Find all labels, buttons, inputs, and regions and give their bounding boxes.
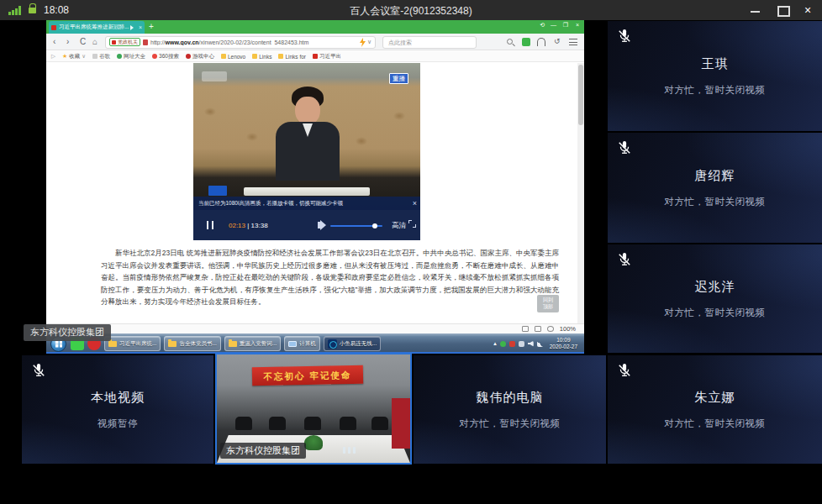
- desk-papers: [244, 187, 370, 196]
- mic-muted-icon: [616, 362, 633, 379]
- bookmark-favorites[interactable]: ★收藏∨: [62, 53, 86, 60]
- url-text: http://www.gov.cn/xinwen/2020-02/23/cont…: [150, 39, 358, 45]
- pause-icon[interactable]: [207, 221, 213, 229]
- browser-restore-icon[interactable]: ⟲: [540, 22, 545, 29]
- back-to-top-button[interactable]: ↑ 回到顶部: [537, 284, 559, 321]
- folder-icon: [168, 341, 177, 347]
- page-zoom-level[interactable]: 100%: [560, 325, 576, 333]
- bookmarks-bar: ▷ ★收藏∨ 谷歌 网址大全 360搜索 游戏中心 Lenovo Links L…: [46, 51, 584, 62]
- bookmark-lenovo[interactable]: Lenovo: [221, 54, 245, 60]
- windows-taskbar: 习近平出席统... 告全体党员书... 重温入党誓词... 计算机 小鱼易连无线…: [46, 333, 584, 354]
- selected-video-tile[interactable]: 不忘初心 牢记使命 东方科仪控股集团: [215, 353, 412, 465]
- local-video-tile[interactable]: 本地视频 视频暂停: [22, 355, 213, 464]
- taskbar-window-computer[interactable]: 计算机: [284, 336, 320, 351]
- taskbar-window-2[interactable]: 告全体党员书...: [164, 336, 220, 351]
- bookmark-google[interactable]: 谷歌: [92, 53, 110, 60]
- refresh-icon[interactable]: C: [80, 36, 86, 47]
- tray-green-icon[interactable]: [500, 341, 506, 347]
- folder-icon: [108, 341, 117, 347]
- water-bottle: [348, 447, 350, 454]
- chair: [235, 417, 252, 430]
- lightning-icon[interactable]: [360, 38, 366, 47]
- player-control-bar: 02:13 | 13:38 高清: [193, 210, 420, 240]
- browser-minimize-icon[interactable]: —: [551, 22, 557, 28]
- participant-tile[interactable]: 王琪 对方忙，暂时关闭视频: [608, 21, 822, 131]
- star-icon: ★: [62, 53, 67, 60]
- security-shield-icon[interactable]: [522, 38, 530, 46]
- browser-close-icon[interactable]: ×: [576, 22, 580, 28]
- participant-name: 唐绍辉: [695, 168, 735, 184]
- notice-close-icon[interactable]: ×: [413, 197, 417, 210]
- search-box[interactable]: 点此搜索: [382, 36, 477, 49]
- tab-close-icon[interactable]: ×: [139, 24, 142, 30]
- fullscreen-icon[interactable]: [408, 220, 416, 228]
- forward-icon[interactable]: ›: [66, 36, 69, 47]
- participant-status: 视频暂停: [97, 417, 138, 430]
- bookmark-gamecenter[interactable]: 游戏中心: [186, 53, 214, 60]
- undo-icon[interactable]: ↺: [554, 36, 561, 47]
- tab-title: 习近平出席统筹推进新冠肺...: [59, 24, 129, 31]
- search-o-icon: [152, 54, 157, 59]
- player-time: 02:13 | 13:38: [229, 222, 268, 229]
- scrollbar-thumb[interactable]: [578, 65, 583, 125]
- taskbar-window-xylink[interactable]: 小鱼易连无线...: [324, 336, 381, 351]
- taskbar-window-3[interactable]: 重温入党誓词...: [224, 336, 281, 351]
- mic-muted-icon: [616, 139, 633, 156]
- browser-maximize-icon[interactable]: ❐: [563, 22, 569, 29]
- tray-network-icon[interactable]: [537, 341, 543, 347]
- participant-tile[interactable]: 唐绍辉 对方忙，暂时关闭视频: [608, 133, 822, 243]
- red-wall-panel: [392, 398, 410, 449]
- search-icon[interactable]: [507, 39, 513, 45]
- page-scrollbar[interactable]: [577, 63, 584, 323]
- tray-expand-icon[interactable]: ▴: [493, 340, 497, 347]
- title-bar: 18:08 百人会议室-2(9012352348) ×: [0, 0, 822, 20]
- urlbar-dropdown-icon[interactable]: ∨: [367, 39, 371, 45]
- browser-tab[interactable]: 习近平出席统筹推进新冠肺... ×: [49, 21, 145, 34]
- bookmark-xijinping[interactable]: 习近平出: [313, 53, 341, 60]
- participant-tile[interactable]: 朱立娜 对方忙，暂时关闭视频: [608, 355, 822, 464]
- article-paragraph: 新华社北京2月23日电 统筹推进新冠肺炎疫情防控和经济社会发展工作部署会议23日…: [101, 247, 559, 308]
- volume-slider[interactable]: [330, 225, 382, 227]
- plant: [304, 435, 323, 450]
- bookmark-sites[interactable]: 网址大全: [117, 53, 145, 60]
- minimize-button[interactable]: [743, 0, 768, 20]
- tab-favicon-emblem-icon: [51, 25, 56, 30]
- tray-volume-icon[interactable]: [528, 341, 534, 347]
- folder-icon: [252, 54, 257, 59]
- water-bottle: [343, 447, 345, 454]
- shared-screen-tile[interactable]: 习近平出席统筹推进新冠肺... × + ⟲ — ❐ × ‹ › C ⌂: [0, 20, 607, 354]
- news-video-player[interactable]: 重播 当前已经为1080i高清画质，若播放卡顿，切换可能减少卡顿 × 02:13…: [193, 63, 420, 240]
- menu-icon[interactable]: [569, 39, 577, 45]
- tab-audio-icon: [130, 25, 136, 30]
- participant-tile[interactable]: 迟兆洋 对方忙，暂时关闭视频: [608, 244, 822, 353]
- bookmarks-expand-icon[interactable]: ▷: [51, 53, 55, 60]
- taskbar-clock[interactable]: 10:092020-02-27: [550, 337, 577, 350]
- participant-status: 对方忙，暂时关闭视频: [460, 417, 561, 430]
- speaker-face: [295, 97, 320, 125]
- headset-icon[interactable]: [537, 38, 545, 46]
- snapshot-icon[interactable]: [522, 326, 529, 332]
- quality-button[interactable]: 高清: [392, 221, 406, 231]
- mic-muted-icon: [30, 362, 47, 379]
- bookmark-links-for[interactable]: Links for: [278, 54, 306, 60]
- gov-site-badge: 党政机关: [109, 38, 140, 46]
- home-icon[interactable]: ⌂: [92, 36, 97, 47]
- taskbar-window-1[interactable]: 习近平出席统...: [104, 336, 161, 351]
- window-split-icon[interactable]: [535, 326, 541, 332]
- volume-icon[interactable]: [318, 222, 322, 228]
- bookmark-360search[interactable]: 360搜索: [152, 53, 179, 60]
- game-icon: [186, 54, 191, 59]
- tray-red-icon[interactable]: [509, 341, 515, 347]
- tray-display-icon[interactable]: [519, 341, 524, 347]
- participant-tile[interactable]: 魏伟的电脑 对方忙，暂时关闭视频: [414, 355, 606, 464]
- meeting-window: 18:08 百人会议室-2(9012352348) × 习近平出席统筹推进新冠肺…: [0, 0, 822, 504]
- mute-page-icon[interactable]: [547, 326, 554, 332]
- maximize-button[interactable]: [770, 0, 795, 20]
- bookmark-links[interactable]: Links: [252, 54, 271, 60]
- address-bar[interactable]: 党政机关 http://www.gov.cn/xinwen/2020-02/23…: [105, 36, 376, 49]
- chair: [304, 417, 321, 430]
- new-tab-button[interactable]: +: [149, 22, 154, 31]
- close-button[interactable]: ×: [795, 0, 820, 20]
- back-icon[interactable]: ‹: [53, 36, 55, 47]
- participant-name: 本地视频: [91, 390, 145, 406]
